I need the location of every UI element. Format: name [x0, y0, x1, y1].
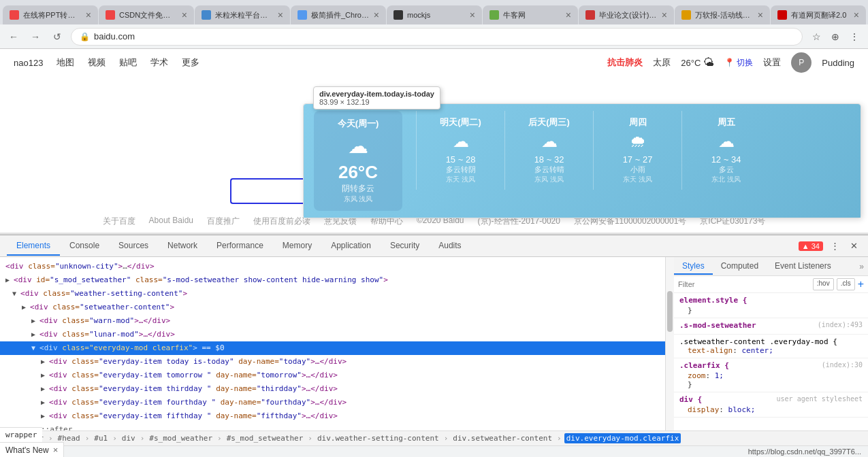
- tooltip-label-text: div.everyday-item.today.is-today: [319, 90, 434, 98]
- styles-add-rule-button[interactable]: +: [858, 278, 864, 290]
- dom-line-8[interactable]: ▶ <div class="everyday-item tomorrow " d…: [0, 369, 665, 382]
- footer-about-en[interactable]: About Baidu: [149, 216, 193, 227]
- styles-tab-styles[interactable]: Styles: [674, 258, 713, 275]
- weather-day-3[interactable]: 周四 🌧 17 ~ 27 小雨 东天 浅风: [593, 111, 681, 190]
- whats-new-close-button[interactable]: ×: [53, 445, 59, 455]
- dom-scroll-thumb[interactable]: [667, 291, 673, 332]
- dom-line-9[interactable]: ▶ <div class="everyday-item thirdday " d…: [0, 382, 665, 396]
- tab-close-5[interactable]: ×: [470, 10, 475, 20]
- refresh-button[interactable]: ↺: [49, 29, 65, 45]
- devtools-tab-security[interactable]: Security: [381, 237, 429, 256]
- devtools-tab-console[interactable]: Console: [60, 237, 109, 256]
- dom-line-10[interactable]: ▶ <div class="everyday-item fourthday " …: [0, 396, 665, 409]
- star-button[interactable]: ☆: [808, 29, 824, 45]
- tab-8[interactable]: 万软报-活动线报... ×: [675, 5, 770, 24]
- extension-button[interactable]: ⊕: [827, 29, 843, 45]
- status-bar: https://blog.csdn.net/qq_3997T6...: [0, 445, 868, 457]
- devtools-tab-audits[interactable]: Audits: [429, 237, 470, 256]
- rule-selector-div: div {: [679, 395, 702, 404]
- tab-1[interactable]: 在线将PPT转换成P... ×: [3, 5, 98, 24]
- tab-4[interactable]: 极简插件_Chrome... ×: [291, 5, 386, 24]
- dom-line-6[interactable]: ▼ <div class="everyday-mod clearfix"> ==…: [0, 341, 665, 355]
- breadcrumb-div[interactable]: div: [120, 433, 138, 443]
- forward-button[interactable]: →: [27, 29, 44, 45]
- styles-tab-event-listeners[interactable]: Event Listeners: [767, 258, 839, 275]
- dom-line-12[interactable]: ::after: [0, 423, 665, 430]
- tab-close-3[interactable]: ×: [278, 10, 283, 20]
- dom-line-4[interactable]: ▶ <div class="warn-mod">…</div>: [0, 314, 665, 328]
- footer-about[interactable]: 关于百度: [103, 216, 135, 227]
- dom-line-5[interactable]: ▶ <div class="lunar-mod">…</div>: [0, 328, 665, 341]
- devtools-tab-memory[interactable]: Memory: [273, 237, 321, 256]
- tab-favicon-9: [777, 10, 787, 20]
- tab-close-9[interactable]: ×: [854, 10, 859, 20]
- devtools-settings-button[interactable]: ⋮: [827, 239, 842, 254]
- user-avatar[interactable]: P: [791, 52, 811, 73]
- rule-source-clearfix[interactable]: (index):30: [822, 361, 863, 371]
- menu-button[interactable]: ⋮: [846, 29, 863, 45]
- weather-today[interactable]: 今天(周一) ☁ 26°C 阴转多云 东风 浅风: [314, 111, 402, 211]
- nav-nao123[interactable]: nao123: [14, 58, 43, 68]
- devtools-tab-elements[interactable]: Elements: [7, 237, 60, 256]
- tab-7[interactable]: 毕业论文(设计)管理... ×: [579, 5, 674, 24]
- nav-tieba[interactable]: 贴吧: [119, 56, 137, 69]
- devtools-tab-performance[interactable]: Performance: [207, 237, 273, 256]
- filter-badge-cls[interactable]: .cls: [837, 278, 855, 290]
- today-wind: 东风 浅风: [324, 194, 392, 204]
- footer-tuiguang[interactable]: 百度推广: [207, 216, 240, 227]
- breadcrumb-everyday-mod[interactable]: div.everyday-mod.clearfix: [564, 433, 681, 443]
- tab-2[interactable]: CSDN文件免积分_... ×: [99, 5, 194, 24]
- address-bar[interactable]: 🔒 baidu.com: [71, 28, 803, 46]
- hot-news-link[interactable]: 抗击肺炎: [607, 56, 643, 69]
- dom-scroll-area: <div class="unknown-city">…</div> ▶ <div…: [0, 257, 674, 430]
- tab-bar: 在线将PPT转换成P... × CSDN文件免积分_... × 米粒米粒平台管理…: [0, 0, 868, 24]
- dom-line-2[interactable]: ▼ <div class="weather-setting-content">: [0, 287, 665, 301]
- weather-day-1[interactable]: 明天(周二) ☁ 15 ~ 28 多云转阴 东天 浅风: [416, 111, 504, 190]
- rule-prop-clearfix: zoom: 1;: [679, 371, 863, 380]
- styles-tab-computed[interactable]: Computed: [713, 258, 767, 275]
- devtools-tab-sources[interactable]: Sources: [109, 237, 158, 256]
- dom-line-3[interactable]: ▶ <div class="setweather-content">: [0, 301, 665, 314]
- settings-link[interactable]: 设置: [763, 56, 781, 69]
- styles-filter-input[interactable]: [678, 280, 810, 288]
- tab-close-8[interactable]: ×: [758, 10, 763, 20]
- tab-close-4[interactable]: ×: [374, 10, 379, 20]
- tab-5[interactable]: mockjs ×: [387, 5, 482, 24]
- tab-close-2[interactable]: ×: [182, 10, 187, 20]
- breadcrumb-u1[interactable]: #u1: [92, 433, 110, 443]
- weather-day-2[interactable]: 后天(周三) ☁ 18 ~ 32 多云转晴 东风 浅风: [504, 111, 593, 190]
- breadcrumb-setweather-content[interactable]: div.setweather-content: [451, 433, 554, 443]
- styles-tab-more[interactable]: »: [859, 262, 868, 271]
- tab-close-7[interactable]: ×: [662, 10, 667, 20]
- nav-video[interactable]: 视频: [88, 56, 106, 69]
- dom-scrollbar[interactable]: [666, 257, 674, 430]
- filter-badge-hov[interactable]: :hov: [813, 278, 834, 290]
- day1-temp: 15 ~ 28: [423, 154, 498, 165]
- dom-line-7[interactable]: ▶ <div class="everyday-item today is-tod…: [0, 355, 665, 369]
- location-switch-btn[interactable]: 📍 切换: [724, 57, 753, 69]
- tab-close-6[interactable]: ×: [566, 10, 571, 20]
- rule-source-smod[interactable]: (index):493: [818, 321, 863, 331]
- nav-more[interactable]: 更多: [182, 56, 199, 69]
- tab-3[interactable]: 米粒米粒平台管理... ×: [195, 5, 290, 24]
- dom-line-0[interactable]: <div class="unknown-city">…</div>: [0, 260, 665, 273]
- breadcrumb-weather-setting-content[interactable]: div.weather-setting-content: [315, 433, 441, 443]
- tab-9[interactable]: 有道网页翻译2.0 ×: [771, 5, 866, 24]
- weather-day-4[interactable]: 周五 ☁ 12 ~ 34 多云 东北 浅风: [681, 111, 770, 190]
- tab-6[interactable]: 牛客网 ×: [483, 5, 578, 24]
- footer-guide[interactable]: 使用百度前必读: [253, 216, 310, 227]
- breadcrumb-s-mod-setweather[interactable]: #s_mod_setweather: [225, 433, 306, 443]
- dom-line-11[interactable]: ▶ <div class="everyday-item fifthday " d…: [0, 409, 665, 423]
- devtools-tab-application[interactable]: Application: [321, 237, 381, 256]
- filter-badges: :hov .cls +: [813, 278, 864, 290]
- devtools-close-button[interactable]: ✕: [846, 239, 861, 254]
- back-button[interactable]: ←: [5, 29, 22, 45]
- breadcrumb-s-mod-weather[interactable]: #s_mod_weather: [147, 433, 214, 443]
- weather-days: 明天(周二) ☁ 15 ~ 28 多云转阴 东天 浅风 后天(周三) ☁ 18 …: [416, 111, 770, 190]
- dom-line-1[interactable]: ▶ <div id="s_mod_setweather" class="s-mo…: [0, 273, 665, 287]
- nav-xueshu[interactable]: 学术: [150, 56, 168, 69]
- nav-map[interactable]: 地图: [57, 56, 74, 69]
- devtools-tab-network[interactable]: Network: [158, 237, 207, 256]
- tab-close-1[interactable]: ×: [86, 10, 91, 20]
- tab-favicon-2: [106, 10, 115, 20]
